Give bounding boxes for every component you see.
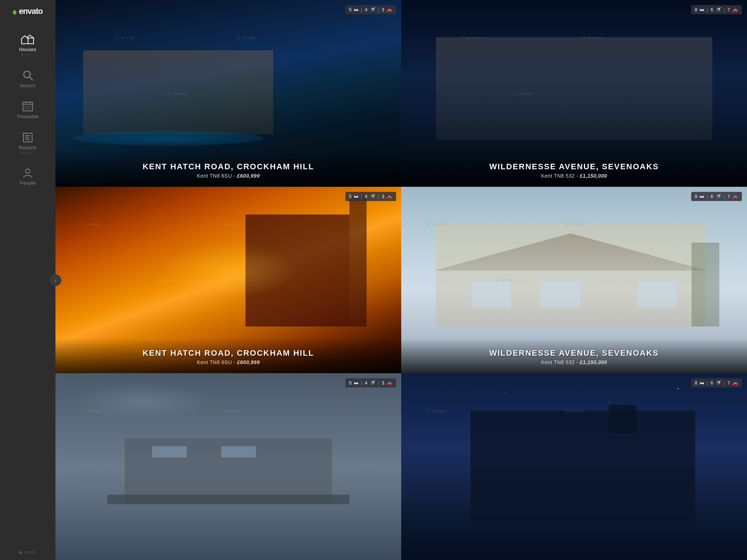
property-badge-2: 8 🛏 | 6 🚿 | 7 🚗 (691, 5, 742, 14)
property-title-3: KENT HATCH ROAD, CROCKHAM HILL (66, 348, 390, 358)
app-name: envato (19, 7, 43, 16)
app-logo: envato (13, 7, 42, 16)
people-icon (22, 168, 33, 178)
search-icon (22, 70, 33, 81)
property-card-6[interactable]: 🌿 envato 🌿 envato 8 🛏 | 6 🚿 | 7 🚗 (401, 373, 747, 560)
sidebar-item-search[interactable]: Search (0, 63, 55, 95)
sidebar-bottom-watermark: envato (19, 550, 36, 554)
badge-beds-2: 8 🛏 (695, 7, 705, 12)
badge-garages-4: 7 🚗 (727, 194, 738, 199)
card-overlay-1: KENT HATCH ROAD, CROCKHAM HILL Kent TN8 … (55, 152, 401, 187)
badge-beds-5: 5 🛏 (349, 380, 359, 386)
sidebar-item-search-label: Search (20, 83, 36, 88)
property-subtitle-3: Kent TN8 6SU - £600,999 (66, 359, 390, 365)
property-subtitle-1: Kent TN8 6SU - £600,999 (66, 173, 390, 179)
logo-leaf-icon (12, 10, 17, 15)
watermark-14: 🌿 envato (218, 408, 239, 413)
sidebar-item-houses-label: Houses (19, 47, 36, 52)
sidebar-item-reports-label: Reports (19, 145, 36, 150)
property-card-4[interactable]: 🌿 envato 🌿 envato 🌿 envato 8 🛏 | 6 🚿 | 7… (401, 187, 747, 374)
sidebar-item-timetable-label: Timetable (16, 114, 39, 119)
houses-icon (21, 34, 34, 45)
property-badge-4: 8 🛏 | 6 🚿 | 7 🚗 (691, 192, 742, 201)
property-title-1: KENT HATCH ROAD, CROCKHAM HILL (66, 162, 390, 171)
badge-beds-3: 5 🛏 (349, 194, 359, 199)
badge-beds-6: 8 🛏 (695, 380, 705, 386)
watermark-8: 🌿 envato (218, 221, 239, 227)
sidebar-watermark-reports: envato (21, 151, 34, 155)
sidebar-item-houses[interactable]: Houses envato (0, 27, 55, 63)
property-subtitle-2: Kent TN8 532 - £1,150,000 (412, 173, 736, 179)
badge-baths-3: 4 🚿 (365, 194, 376, 199)
badge-beds-4: 8 🛏 (695, 194, 705, 199)
property-card-1[interactable]: 🌿 envato 🌿 envato 🌿 envato 5 🛏 | 4 🚿 | 3… (55, 0, 401, 187)
sidebar-item-people[interactable]: People (0, 161, 55, 192)
svg-point-17 (26, 169, 30, 173)
property-grid: 🌿 envato 🌿 envato 🌿 envato 5 🛏 | 4 🚿 | 3… (55, 0, 747, 560)
sidebar-watermark-houses: envato (21, 53, 34, 57)
watermark-1: 🌿 envato (114, 35, 135, 40)
svg-point-16 (27, 139, 29, 140)
sidebar-item-timetable[interactable]: Timetable (0, 95, 55, 126)
sidebar-collapse-button[interactable]: ‹ (50, 274, 61, 286)
badge-baths-4: 6 🚿 (711, 194, 721, 199)
badge-garages-1: 3 🚗 (382, 7, 392, 12)
watermark-7: 🌿 envato (79, 221, 101, 227)
main-nav: Houses envato Search Time (0, 27, 55, 550)
svg-rect-1 (22, 39, 28, 44)
property-title-4: WILDERNESSE AVENUE, SEVENOAKS (412, 348, 736, 358)
property-title-2: WILDERNESSE AVENUE, SEVENOAKS (412, 162, 736, 171)
badge-garages-6: 7 🚗 (727, 380, 738, 386)
property-card-3[interactable]: 🌿 envato 🌿 envato 🌿 envato 5 🛏 | 4 🚿 | 3… (55, 187, 401, 374)
property-badge-6: 8 🛏 | 6 🚿 | 7 🚗 (691, 378, 742, 387)
property-subtitle-4: Kent TN8 532 - £1,150,000 (412, 359, 736, 365)
timetable-icon (22, 101, 33, 112)
sidebar-item-reports[interactable]: Reports envato (0, 126, 55, 161)
sidebar: envato Houses envato Sea (0, 0, 55, 560)
watermark-2: 🌿 envato (235, 35, 256, 40)
card-overlay-4: WILDERNESSE AVENUE, SEVENOAKS Kent TN8 5… (401, 338, 747, 373)
svg-line-3 (30, 77, 32, 80)
badge-baths-2: 6 🚿 (711, 7, 721, 12)
property-card-2[interactable]: 🌿 envato 🌿 envato 🌿 envato 8 🛏 | 6 🚿 | 7… (401, 0, 747, 187)
property-badge-5: 5 🛏 | 4 🚿 | 3 🚗 (345, 378, 396, 387)
property-badge-3: 5 🛏 | 4 🚿 | 3 🚗 (345, 192, 396, 201)
watermark-15: 🌿 envato (425, 408, 446, 413)
bottom-leaf-icon (19, 551, 23, 554)
badge-garages-2: 7 🚗 (727, 7, 738, 12)
badge-beds-1: 5 🛏 (349, 7, 359, 12)
badge-garages-3: 3 🚗 (382, 194, 392, 199)
property-badge-1: 5 🛏 | 4 🚿 | 3 🚗 (345, 5, 396, 14)
svg-point-15 (26, 137, 27, 138)
sidebar-item-people-label: People (20, 180, 35, 186)
svg-point-14 (27, 135, 28, 136)
card-overlay-3: KENT HATCH ROAD, CROCKHAM HILL Kent TN8 … (55, 338, 401, 373)
badge-baths-1: 4 🚿 (365, 7, 376, 12)
card-overlay-2: WILDERNESSE AVENUE, SEVENOAKS Kent TN8 5… (401, 152, 747, 187)
reports-icon (22, 132, 33, 143)
badge-baths-6: 6 🚿 (711, 380, 721, 386)
property-card-5[interactable]: 🌿 envato 🌿 envato 5 🛏 | 4 🚿 | 3 🚗 (55, 373, 401, 560)
badge-baths-5: 4 🚿 (365, 380, 376, 386)
badge-garages-5: 3 🚗 (382, 380, 392, 386)
